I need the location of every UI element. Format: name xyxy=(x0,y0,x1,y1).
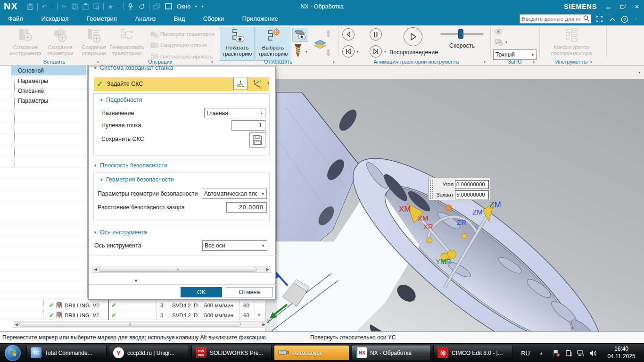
search-icon[interactable] xyxy=(582,15,591,23)
move-up-icon[interactable]: ⬆ xyxy=(324,28,332,40)
show-2d-workpiece-button[interactable] xyxy=(292,28,308,42)
safety-option-dropdown[interactable]: Автоматическая пло▼ xyxy=(202,189,267,199)
go-to-start-dropdown-icon[interactable]: ▾ xyxy=(357,50,359,54)
save-icon[interactable] xyxy=(25,0,36,13)
taskbar-app-nx[interactable]: NX NX - Обработка xyxy=(352,345,431,361)
toolbar-overflow-icon[interactable]: ▾ xyxy=(638,71,640,74)
ipw-options-dropdown-icon[interactable]: ▾ xyxy=(505,41,507,44)
tool-display-dropdown-icon[interactable]: ▾ xyxy=(305,50,307,54)
cascade-window-icon[interactable] xyxy=(151,0,163,13)
snap-input[interactable]: 5.00000000 xyxy=(455,190,489,199)
favorites-dropdown-icon[interactable]: ▾ xyxy=(116,0,123,13)
zero-point-input[interactable]: 1 xyxy=(231,120,265,131)
dialog-collapse-icon[interactable]: ▲ xyxy=(134,278,138,282)
ok-button[interactable]: OK xyxy=(181,287,222,297)
dialog-section-mcs[interactable]: ▼Система координат станка xyxy=(93,65,173,71)
angle-input[interactable]: 0.00000000 xyxy=(455,180,489,189)
dialog-scroll-right-icon[interactable]: ▶ xyxy=(264,267,271,272)
create-operation-button[interactable]: Создание операции xyxy=(78,27,109,61)
start-button[interactable] xyxy=(5,345,21,361)
taskbar-app-cimco[interactable]: CIMCO Edit 8.0 - [... xyxy=(433,345,512,361)
window-dropdown-icon[interactable]: ▾ xyxy=(193,0,199,13)
go-to-start-button[interactable] xyxy=(342,45,355,58)
dialog-horizontal-scrollbar[interactable]: ◀ ▶ xyxy=(92,266,271,273)
tool-axis-dropdown[interactable]: Все оси▼ xyxy=(202,240,267,251)
table-row[interactable]: ✓ DRILLING_V2_2 ✓ 3 SVD4.2_D... 500 мм/м… xyxy=(0,310,265,320)
go-to-end-dropdown-icon[interactable]: ▾ xyxy=(384,50,386,54)
axis-xm-label[interactable]: XM xyxy=(399,205,411,214)
search-input[interactable] xyxy=(520,16,582,22)
datum-y-axis-label[interactable]: Y xyxy=(267,319,271,324)
scroll-left-icon[interactable]: ◀ xyxy=(13,322,19,327)
csys-dropdown-icon[interactable]: ▼ xyxy=(267,82,270,85)
group-operations-dialog-icon[interactable]: ▾ xyxy=(211,60,213,64)
fullscreen-icon[interactable] xyxy=(592,13,606,25)
cut-icon[interactable]: ✂ xyxy=(59,0,69,13)
menu-assemblies[interactable]: Сборки xyxy=(195,13,232,25)
table-row[interactable]: ✓ DRILLING_V2_1 ✓ 3 SVD4.2_D... 500 мм/м… xyxy=(0,300,265,310)
tool-axis-section[interactable]: ▼Ось инструмента xyxy=(93,229,147,236)
safety-section[interactable]: ▼Плоскость безопасности xyxy=(93,162,167,169)
axis-zm-label-2[interactable]: ZM xyxy=(472,208,483,216)
generate-toolpath-button[interactable]: Генерировать траекторию xyxy=(107,27,146,61)
quick-access-customize-icon[interactable]: ▾ xyxy=(199,0,206,13)
play-button[interactable] xyxy=(404,27,422,46)
undo-icon[interactable]: ↶ xyxy=(39,0,50,13)
select-toolpath-button[interactable]: Выбрать траекторию xyxy=(256,27,290,61)
group-animation-dialog-icon[interactable]: ▾ xyxy=(484,60,486,64)
microphone-icon[interactable] xyxy=(125,0,136,13)
dialog-scroll-left-icon[interactable]: ◀ xyxy=(92,267,99,272)
go-to-end-button[interactable] xyxy=(370,45,382,58)
taskbar-app-solidworks[interactable]: SW2020 SOLIDWORKS Pre... xyxy=(191,345,272,361)
touch-gesture-icon[interactable] xyxy=(136,0,148,13)
paste-special-icon[interactable] xyxy=(91,0,102,13)
nav-item-general[interactable]: Основной xyxy=(11,66,86,75)
show-toolpath-button[interactable]: Показать траекторию xyxy=(220,27,255,61)
ipw-resolution-dropdown[interactable]: Точный▼ xyxy=(493,49,537,60)
close-button[interactable]: × xyxy=(630,0,644,13)
axis-xr-label[interactable]: XR xyxy=(423,222,433,230)
restore-button[interactable] xyxy=(616,0,630,13)
tray-network-icon[interactable] xyxy=(576,347,586,359)
undo-dropdown-icon[interactable]: ▾ xyxy=(50,0,56,13)
ops-horizontal-scrollbar[interactable]: ◀ ▶ xyxy=(13,321,267,328)
simulate-machine-button[interactable]: Симуляция станка xyxy=(150,41,207,50)
window-menu-label[interactable]: Окно xyxy=(174,0,193,13)
speed-slider-handle[interactable] xyxy=(458,29,463,39)
overlay-drag-handle[interactable] xyxy=(429,179,434,199)
axis-xm-label-2[interactable]: XM xyxy=(418,214,429,222)
move-down-icon[interactable]: ⬇ xyxy=(324,47,332,58)
details-header[interactable]: ▼Подробности xyxy=(99,97,269,103)
taskbar-app-autorun[interactable]: Автозапуск xyxy=(274,345,349,361)
window-icon[interactable] xyxy=(163,0,174,13)
favorites-star-icon[interactable]: ★ xyxy=(105,0,116,13)
group-display-dialog-icon[interactable]: ▾ xyxy=(333,60,335,64)
dialog-scrollbar-thumb[interactable] xyxy=(99,267,257,272)
safety-geometry-header[interactable]: ▼Геометрия безопасности xyxy=(99,176,269,183)
alert-icon[interactable]: ! xyxy=(629,13,643,25)
menu-analysis[interactable]: Анализ xyxy=(127,13,164,25)
purpose-dropdown[interactable]: Главная▼ xyxy=(204,108,265,118)
ipw-options-icon[interactable] xyxy=(494,38,504,48)
language-indicator[interactable]: RU xyxy=(521,344,530,362)
tray-clipboard-icon[interactable] xyxy=(564,347,573,359)
csys-inferred-button[interactable]: ZYx xyxy=(250,78,264,90)
minimize-button[interactable] xyxy=(602,0,616,13)
ops-scrollbar-thumb[interactable] xyxy=(19,322,241,327)
ipw-display-icon[interactable] xyxy=(494,28,504,37)
step-back-button[interactable] xyxy=(342,28,355,41)
axis-yr-label[interactable]: YR xyxy=(441,257,451,265)
scroll-right-icon[interactable]: ▶ xyxy=(261,322,267,327)
taskbar-app-browser[interactable]: Y cccp3d.ru | Unigr... xyxy=(109,345,189,361)
tray-expand-icon[interactable]: ▲ xyxy=(537,347,546,359)
menu-application[interactable]: Приложение xyxy=(234,13,286,25)
tool-display-button[interactable] xyxy=(293,43,304,59)
group-tools-dialog-icon[interactable]: ▾ xyxy=(590,60,592,64)
save-mcs-button[interactable] xyxy=(249,132,265,148)
tray-clock[interactable]: 16:40 04.11.2025 xyxy=(603,345,640,360)
specify-mcs-row[interactable]: ✓ Задайте СКС ZYx ▼ xyxy=(94,77,269,91)
axis-zm-label[interactable]: ZM xyxy=(489,200,501,209)
create-tool-button[interactable]: Создание инструмента xyxy=(8,27,42,61)
axis-zr-label[interactable]: ZR xyxy=(457,218,466,226)
safety-distance-input[interactable]: 20.0000 xyxy=(226,202,267,213)
